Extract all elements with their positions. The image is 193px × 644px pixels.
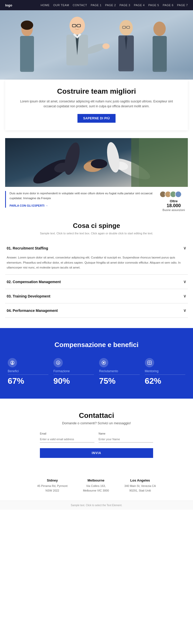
benefit-pct-1: 67% [8,376,48,386]
svg-rect-12 [20,36,34,72]
nav-page4[interactable]: PAGE 4 [134,4,145,7]
accordion-header-3[interactable]: 03. Training Development ∨ [5,289,188,303]
stats-label: Buone assunzioni [160,208,188,212]
svg-rect-33 [139,138,188,187]
hero-image [0,10,193,80]
team-text-block: Duis aute irure dolor in reprehenderit i… [5,191,154,208]
footer-note: Sample text. Click to select the Text El… [0,501,193,510]
accordion-item-2: 02. Compensation Management ∨ [5,275,188,289]
svg-point-9 [102,43,110,49]
chevron-down-icon: ∨ [183,246,186,251]
avatar-group [160,191,188,198]
svg-point-13 [119,20,133,35]
benefit-item-3: Reclutamento 75% [99,358,140,386]
hero-card: Costruire team migliori Lorem ipsum dolo… [5,80,188,130]
contact-section: Contattaci Domande o commenti? Scrivici … [0,399,193,471]
reclutamento-icon [99,358,108,367]
nav-page6[interactable]: PAGE 6 [163,4,173,7]
svg-point-29 [91,159,107,168]
svg-rect-20 [153,36,167,72]
email-label: Email [40,432,94,435]
benefit-pct-4: 62% [145,376,186,386]
nav-page7[interactable]: PAGE 7 [177,4,188,7]
office-address-3: 340 Main St, Venezia CA 90291, Stati Uni… [124,484,156,493]
nav-links: HOME OUR TEAM CONTACT PAGE 1 PAGE 2 PAGE… [41,4,188,7]
team-image [5,138,188,187]
offices-section: Sidney 45 Pirrama Rd, Pyrmont NSW 2022 M… [0,471,193,501]
svg-text:⊕: ⊕ [57,361,59,364]
team-description: Duis aute irure dolor in reprehenderit i… [10,191,154,200]
office-city-2: Melbourne [83,478,109,482]
office-city-3: Los Angeles [124,478,156,482]
logo[interactable]: logo [5,3,12,7]
nav-page1[interactable]: PAGE 1 [91,4,101,7]
name-label: Name [99,432,153,435]
form-row: Email Name [40,432,153,443]
accordion-item-1: 01. Recruitment Staffing ∨ Answer. Lorem… [5,241,188,275]
team-svg [5,138,188,187]
accordion-section: Cosa ci spinge Sample text. Click to sel… [0,212,193,328]
nav-page2[interactable]: PAGE 2 [105,4,116,7]
nav-home[interactable]: HOME [41,4,50,7]
accordion-header-2[interactable]: 02. Compensation Management ∨ [5,275,188,289]
hero-description: Lorem ipsum dolor sit amet, consectetur … [15,99,178,109]
accordion-label-3: 03. Training Development [7,294,50,298]
email-input[interactable] [40,436,94,443]
contact-title: Contattaci [8,411,185,420]
svg-point-19 [153,22,166,36]
navbar: logo HOME OUR TEAM CONTACT PAGE 1 PAGE 2… [0,0,193,10]
email-group: Email [40,432,94,443]
nav-page5[interactable]: PAGE 5 [148,4,159,7]
accordion-label-2: 02. Compensation Management [7,280,61,284]
accordion-subtitle: Sample text. Click to select the text bo… [5,232,188,235]
svg-point-11 [21,21,33,30]
benefit-label-1: Benefici [8,369,48,375]
chevron-down-icon: ∨ [183,279,186,284]
submit-button[interactable]: INVIA [40,448,153,458]
benefit-item-1: Benefici 67% [8,358,48,386]
stats-oltre: Oltre [160,199,188,203]
svg-point-39 [103,362,104,363]
benefit-label-2: Formazione [54,369,94,375]
svg-point-35 [12,362,13,363]
benefit-label-3: Reclutamento [99,369,140,375]
mentoring-icon [145,358,154,367]
hero-svg [0,10,193,80]
benefit-pct-2: 90% [54,376,94,386]
benefit-label-4: Mentoring [145,369,186,375]
office-sidney: Sidney 45 Pirrama Rd, Pyrmont NSW 2022 [37,478,67,493]
benefits-section: Compensazione e benefici Benefici 67% ⊕ … [0,328,193,399]
office-address-2: Via Collins 163, Melbourne VIC 3000 [83,484,109,493]
nav-page3[interactable]: PAGE 3 [119,4,130,7]
hero-cta-button[interactable]: SAPERNE DI PIÙ [77,114,116,123]
nav-contact[interactable]: CONTACT [73,4,87,7]
accordion-item-3: 03. Training Development ∨ [5,289,188,303]
contact-subtitle: Domande o commenti? Scrivici un messaggi… [8,421,185,425]
chevron-down-icon: ∨ [183,308,186,313]
accordion-label-4: 04. Performance Management [7,309,58,313]
office-losangeles: Los Angeles 340 Main St, Venezia CA 9029… [124,478,156,493]
benefits-title: Compensazione e benefici [8,341,185,349]
stats-number: 18.000 [160,203,188,208]
team-content: Duis aute irure dolor in reprehenderit i… [5,191,188,212]
name-group: Name [99,432,153,443]
office-city-1: Sidney [37,478,67,482]
nav-our-team[interactable]: OUR TEAM [53,4,69,7]
benefit-item-4: Mentoring 62% [145,358,186,386]
benefici-icon [8,358,17,367]
avatar [175,191,182,198]
benefit-pct-3: 75% [99,376,140,386]
contact-form: Email Name INVIA [40,432,153,458]
svg-rect-21 [0,69,193,80]
team-stats: Oltre 18.000 Buone assunzioni [160,191,188,212]
accordion-item-4: 04. Performance Management ∨ [5,303,188,318]
accordion-header-4[interactable]: 04. Performance Management ∨ [5,303,188,318]
accordion-header-1[interactable]: 01. Recruitment Staffing ∨ [5,241,188,255]
office-melbourne: Melbourne Via Collins 163, Melbourne VIC… [83,478,109,493]
formazione-icon: ⊕ [54,358,63,367]
name-input[interactable] [99,436,153,443]
accordion-body-1: Answer. Lorem ipsum dolor sit amet, cons… [5,255,188,274]
team-cta-link[interactable]: PARLA CON GLI ESPERTI → [10,204,48,207]
chevron-down-icon: ∨ [183,294,186,299]
accordion-title: Cosa ci spinge [5,222,188,230]
